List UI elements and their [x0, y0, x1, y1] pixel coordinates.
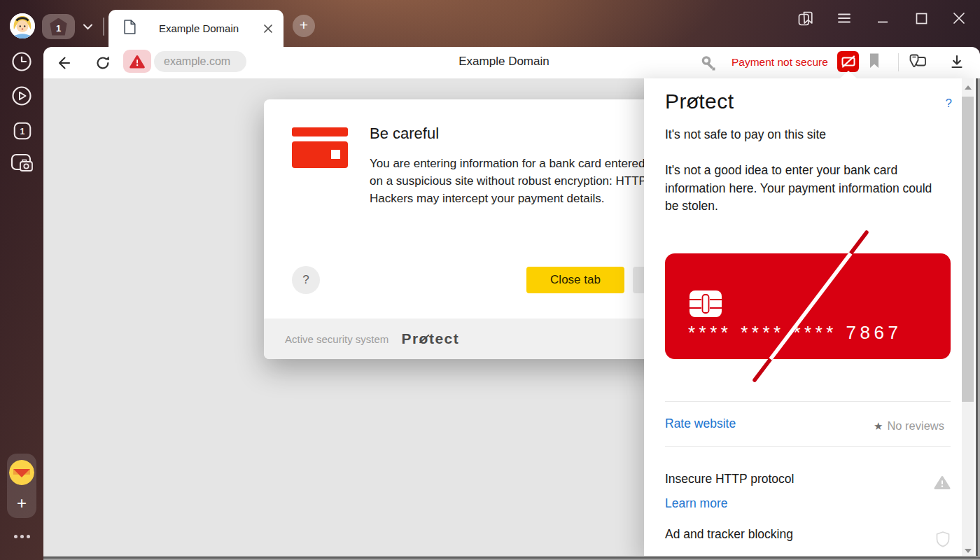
close-tab-button[interactable]: Close tab — [526, 267, 624, 293]
window-bottom-edge — [43, 556, 980, 560]
blocked-card-graphic: **** **** **** 7867 — [665, 253, 951, 359]
window-right-edge — [974, 78, 980, 560]
add-app-button[interactable]: + — [7, 493, 36, 515]
star-icon: ★ — [874, 420, 883, 433]
reload-icon — [94, 54, 112, 72]
omnibox-page-title[interactable]: Example Domain — [399, 55, 609, 69]
reviews-summary: ★ No reviews — [874, 419, 944, 433]
tab-title: Example Domain — [136, 22, 261, 34]
learn-more-link[interactable]: Learn more — [665, 496, 728, 511]
panel-divider — [665, 446, 951, 447]
back-button[interactable] — [55, 54, 73, 75]
screenshot-camera-icon — [9, 152, 34, 174]
reload-button[interactable] — [94, 54, 112, 75]
dialog-help-button[interactable]: ? — [292, 266, 320, 294]
panel-divider — [665, 401, 951, 402]
sidebar-item-media[interactable] — [10, 85, 33, 110]
back-arrow-icon — [55, 54, 73, 72]
bank-card-icon — [292, 127, 348, 168]
site-warning-badge[interactable] — [123, 50, 151, 73]
ad-tracker-blocking-label: Ad and tracker blocking — [665, 527, 793, 542]
protect-panel: Protect ? It's not safe to pay on this s… — [644, 78, 980, 560]
warning-triangle-icon — [130, 55, 145, 69]
bookmark-button[interactable] — [868, 52, 881, 72]
downloads-button[interactable] — [948, 53, 966, 74]
window-close-button[interactable] — [949, 8, 969, 28]
menu-button[interactable] — [834, 8, 854, 28]
dialog-text-line: Hackers may intercept your payment detai… — [370, 192, 604, 206]
side-panels-icon — [797, 9, 816, 28]
triangle-down-icon — [965, 549, 972, 553]
tab-group-count-badge: 1 — [49, 18, 68, 36]
card-number: **** **** **** 7867 — [688, 322, 902, 344]
close-icon — [263, 24, 273, 34]
tab-group-count: 1 — [56, 23, 61, 34]
warning-triangle-icon — [934, 475, 951, 490]
dialog-text-line: You are entering information for a bank … — [370, 157, 645, 171]
protect-logo: Protect — [401, 330, 459, 347]
tab-group-chevron-button[interactable] — [77, 17, 98, 36]
maximize-button[interactable] — [911, 8, 931, 28]
panel-headline: It's not safe to pay on this site — [665, 127, 826, 142]
key-icon — [700, 54, 718, 72]
shield-icon — [935, 531, 951, 548]
password-manager-button[interactable] — [700, 54, 718, 75]
protect-panel-logo: Protect — [665, 90, 734, 113]
chevron-down-icon — [83, 23, 93, 31]
sidebar-item-tabs[interactable]: 1 — [12, 120, 33, 144]
yandex-mail-icon — [9, 460, 34, 485]
dot-icon — [20, 535, 24, 538]
new-tab-button[interactable]: + — [293, 15, 315, 37]
play-icon — [10, 85, 33, 107]
sidebar-tab-count: 1 — [20, 127, 25, 136]
history-clock-icon — [10, 50, 33, 73]
browser-window: 1 Example Domain + — [0, 0, 980, 560]
tab-example-domain[interactable]: Example Domain — [108, 10, 284, 47]
address-bar[interactable]: example.com — [154, 51, 246, 72]
sidebar-item-screenshot[interactable] — [9, 152, 34, 177]
minimize-button[interactable] — [873, 8, 892, 28]
sidebar-apps-container: + — [7, 454, 36, 518]
close-icon — [953, 12, 965, 24]
payment-not-secure-label[interactable]: Payment not secure — [732, 56, 828, 69]
crossed-card-icon — [841, 55, 855, 68]
dialog-text-line: on a suspicious site without robust encr… — [370, 174, 647, 188]
dialog-title: Be careful — [370, 125, 439, 143]
avatar-girl-icon — [10, 13, 35, 38]
protect-payment-badge[interactable] — [837, 51, 859, 72]
dot-icon — [27, 535, 30, 538]
insecure-http-label: Insecure HTTP protocol — [665, 472, 794, 486]
tab-close-button[interactable] — [261, 22, 275, 36]
sidebar-item-history[interactable] — [10, 50, 33, 76]
be-careful-dialog: Be careful You are entering information … — [264, 99, 699, 359]
scrollbar-thumb[interactable] — [962, 97, 974, 402]
dot-icon — [14, 535, 18, 538]
scroll-up-button[interactable] — [962, 78, 974, 97]
profile-avatar[interactable] — [10, 13, 35, 38]
mail-app-button[interactable] — [9, 460, 34, 485]
sidebar-more-button[interactable] — [7, 535, 36, 538]
url-text: example.com — [164, 55, 230, 67]
tab-group-button[interactable]: 1 — [42, 14, 75, 39]
dialog-footer: Active security system Protect — [264, 318, 699, 359]
panel-scrollbar[interactable] — [962, 78, 974, 560]
panel-help-link[interactable]: ? — [946, 97, 952, 111]
toolbar-divider — [898, 53, 899, 71]
triangle-up-icon — [965, 85, 972, 90]
minimize-icon — [877, 13, 888, 24]
panel-notch — [840, 71, 857, 78]
bookmark-icon — [868, 52, 881, 69]
tab-counter-icon: 1 — [12, 120, 33, 141]
page-document-icon — [122, 18, 136, 38]
hamburger-icon — [838, 13, 850, 23]
active-security-label: Active security system — [285, 333, 388, 345]
collections-tag-icon — [907, 52, 928, 71]
download-icon — [948, 53, 966, 71]
panel-body-text: It's not a good idea to enter your bank … — [665, 162, 932, 216]
collections-button[interactable] — [907, 52, 928, 74]
no-reviews-label: No reviews — [887, 419, 944, 433]
maximize-icon — [916, 13, 927, 24]
side-panels-button[interactable] — [796, 8, 816, 28]
rate-website-link[interactable]: Rate website — [665, 416, 736, 431]
card-chip-icon — [690, 290, 722, 317]
